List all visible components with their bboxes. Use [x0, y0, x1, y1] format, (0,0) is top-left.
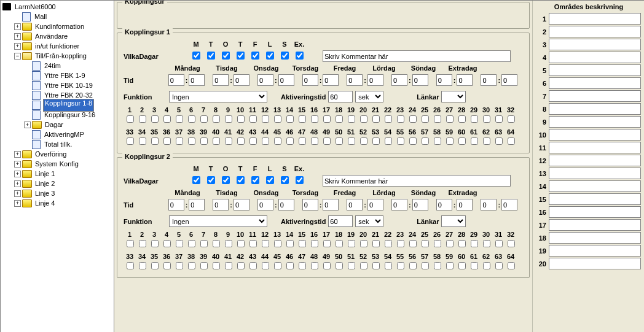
zone-checkbox[interactable] [397, 240, 404, 247]
desc-input[interactable] [549, 180, 641, 192]
zone-checkbox[interactable] [336, 240, 343, 247]
zone-checkbox[interactable] [385, 262, 392, 269]
zone-checkbox[interactable] [508, 240, 515, 247]
zone-checkbox[interactable] [262, 115, 269, 123]
desc-input[interactable] [549, 103, 641, 115]
zone-checkbox[interactable] [483, 240, 490, 247]
zone-checkbox[interactable] [249, 137, 257, 145]
zone-checkbox[interactable] [372, 115, 380, 123]
time-hour-input[interactable] [213, 199, 229, 210]
time-min-input[interactable] [367, 74, 383, 86]
zone-checkbox[interactable] [200, 262, 208, 269]
zone-checkbox[interactable] [127, 240, 134, 247]
zone-checkbox[interactable] [139, 115, 146, 123]
desc-input[interactable] [549, 193, 641, 205]
desc-input[interactable] [549, 129, 641, 141]
zone-checkbox[interactable] [274, 240, 281, 247]
comment-input[interactable] [323, 175, 511, 187]
tree-item[interactable]: AktiveringMP [2, 129, 112, 139]
tree-item[interactable]: + Linje 3 [2, 188, 112, 198]
zone-checkbox[interactable] [262, 240, 269, 247]
tree-item[interactable]: + Linje 2 [2, 179, 112, 188]
zone-checkbox[interactable] [323, 137, 331, 145]
day-checkbox[interactable] [207, 52, 215, 60]
desc-input[interactable] [549, 168, 641, 179]
zone-checkbox[interactable] [446, 262, 454, 269]
zone-checkbox[interactable] [360, 115, 367, 123]
zone-checkbox[interactable] [139, 240, 146, 247]
lankar-select[interactable] [441, 91, 466, 102]
zone-checkbox[interactable] [372, 137, 380, 145]
time-hour-input[interactable] [302, 74, 318, 86]
expand-icon[interactable]: + [14, 161, 21, 168]
expand-icon[interactable]: + [14, 23, 21, 30]
expand-icon[interactable]: + [14, 33, 21, 40]
expand-icon[interactable]: + [14, 171, 21, 177]
zone-checkbox[interactable] [409, 115, 417, 123]
zone-checkbox[interactable] [299, 240, 306, 247]
zone-checkbox[interactable] [163, 137, 171, 145]
zone-checkbox[interactable] [397, 137, 404, 145]
zone-checkbox[interactable] [127, 137, 134, 145]
zone-checkbox[interactable] [311, 262, 318, 269]
time-hour-input[interactable] [481, 199, 497, 210]
tree-item[interactable]: Kopplingsur 9-16 [2, 110, 112, 120]
zone-checkbox[interactable] [495, 240, 503, 247]
zone-checkbox[interactable] [471, 115, 478, 123]
zone-checkbox[interactable] [409, 240, 417, 247]
zone-checkbox[interactable] [372, 262, 380, 269]
zone-checkbox[interactable] [249, 240, 257, 247]
zone-checkbox[interactable] [237, 262, 245, 269]
zone-checkbox[interactable] [188, 137, 195, 145]
desc-input[interactable] [549, 232, 641, 244]
time-min-input[interactable] [234, 74, 249, 86]
zone-checkbox[interactable] [274, 115, 281, 123]
zone-checkbox[interactable] [225, 137, 232, 145]
day-checkbox[interactable] [266, 176, 274, 184]
zone-checkbox[interactable] [249, 262, 257, 269]
tree-item[interactable]: + Dagar [2, 120, 112, 129]
zone-checkbox[interactable] [262, 262, 269, 269]
zone-checkbox[interactable] [274, 137, 281, 145]
tree-item[interactable]: Kopplingsur 1-8 [2, 100, 112, 110]
zone-checkbox[interactable] [299, 115, 306, 123]
tree-item[interactable]: − Till/Från-koppling [2, 51, 112, 61]
zone-checkbox[interactable] [446, 115, 454, 123]
desc-input[interactable] [549, 206, 641, 218]
time-hour-input[interactable] [168, 199, 184, 210]
zone-checkbox[interactable] [471, 137, 478, 145]
desc-input[interactable] [549, 90, 641, 102]
zone-checkbox[interactable] [434, 115, 441, 123]
aktiveringstid-input[interactable] [328, 215, 353, 227]
zone-checkbox[interactable] [360, 240, 367, 247]
desc-input[interactable] [549, 116, 641, 128]
zone-checkbox[interactable] [336, 115, 343, 123]
collapse-icon[interactable]: − [14, 53, 21, 60]
desc-input[interactable] [549, 155, 641, 166]
time-min-input[interactable] [501, 74, 517, 86]
tree-item[interactable]: + Linje 1 [2, 169, 112, 179]
zone-checkbox[interactable] [385, 240, 392, 247]
tree-root[interactable]: LarmNet6000 [2, 2, 112, 12]
zone-checkbox[interactable] [434, 137, 441, 145]
time-min-input[interactable] [412, 74, 428, 86]
tree-item[interactable]: Total tillk. [2, 139, 112, 149]
zone-checkbox[interactable] [508, 137, 515, 145]
day-checkbox[interactable] [251, 52, 259, 60]
time-hour-input[interactable] [168, 74, 184, 86]
zone-checkbox[interactable] [323, 262, 331, 269]
expand-icon[interactable]: + [14, 190, 21, 197]
time-hour-input[interactable] [347, 199, 363, 210]
zone-checkbox[interactable] [471, 240, 478, 247]
zone-checkbox[interactable] [372, 240, 380, 247]
zone-checkbox[interactable] [446, 240, 454, 247]
time-min-input[interactable] [278, 199, 294, 210]
desc-input[interactable] [549, 39, 641, 50]
zone-checkbox[interactable] [299, 137, 306, 145]
zone-checkbox[interactable] [262, 137, 269, 145]
zone-checkbox[interactable] [336, 262, 343, 269]
zone-checkbox[interactable] [495, 262, 503, 269]
zone-checkbox[interactable] [139, 137, 146, 145]
zone-checkbox[interactable] [127, 115, 134, 123]
zone-checkbox[interactable] [188, 262, 195, 269]
